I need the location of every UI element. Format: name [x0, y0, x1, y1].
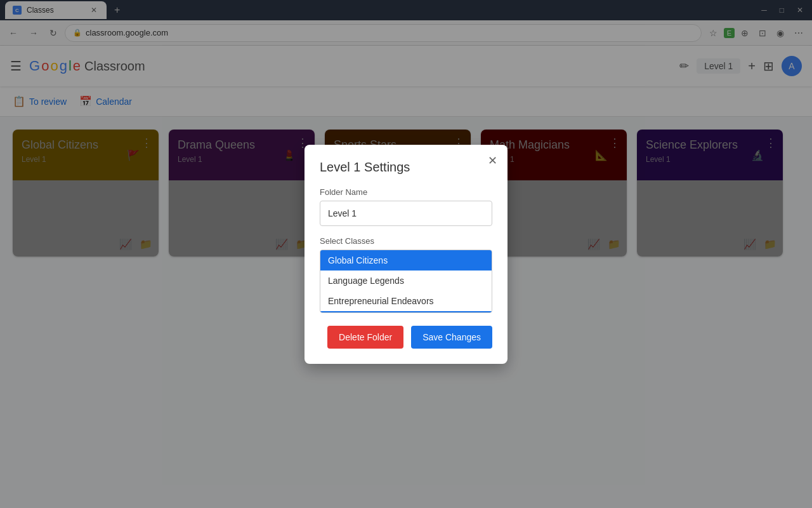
delete-folder-button[interactable]: Delete Folder	[327, 326, 403, 349]
select-option-language-legends[interactable]: Language Legends	[320, 271, 492, 291]
select-classes-list[interactable]: Global Citizens Language Legends Entrepr…	[320, 250, 492, 313]
select-option-entrepreneurial-endeavors[interactable]: Entrepreneurial Endeavors	[320, 291, 492, 311]
dialog-title: Level 1 Settings	[320, 160, 492, 175]
select-option-global-citizens[interactable]: Global Citizens	[320, 250, 492, 271]
folder-name-label: Folder Name	[320, 187, 492, 197]
dialog-actions: Delete Folder Save Changes	[320, 326, 492, 349]
save-changes-button[interactable]: Save Changes	[411, 326, 492, 349]
folder-name-input[interactable]	[320, 201, 492, 226]
dialog-close-button[interactable]: ✕	[488, 155, 497, 166]
modal-overlay: ✕ Level 1 Settings Folder Name Select Cl…	[0, 0, 812, 508]
select-classes-label: Select Classes	[320, 236, 492, 246]
select-option-drama-queens[interactable]: Drama Queens	[320, 311, 492, 313]
settings-dialog: ✕ Level 1 Settings Folder Name Select Cl…	[304, 145, 508, 364]
